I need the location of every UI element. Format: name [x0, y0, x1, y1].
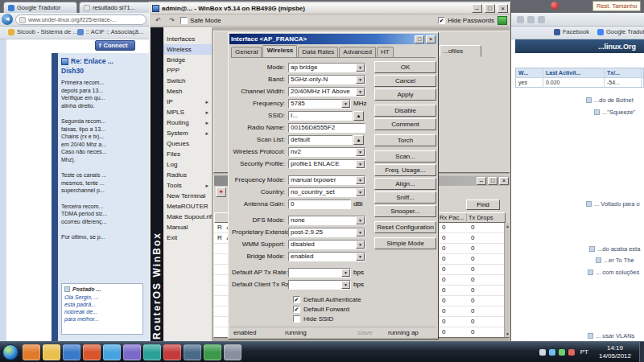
band-select[interactable]: 5GHz-only-N ▼	[288, 75, 365, 84]
simple-mode-button[interactable]: Simple Mode	[374, 237, 436, 249]
checkbox-icon[interactable]: ✔	[438, 17, 445, 24]
close-button[interactable]: ×	[499, 177, 509, 185]
menu-item[interactable]: Manual	[163, 222, 212, 232]
sniff-button[interactable]: Sniff...	[374, 191, 436, 204]
column-header[interactable]: Rx Pac...	[437, 213, 466, 223]
menu-item[interactable]: Radius	[163, 170, 212, 180]
menu-item[interactable]: Bridge	[163, 55, 212, 65]
mode-select[interactable]: ap bridge ▼	[288, 63, 365, 72]
language-indicator[interactable]: PT	[578, 348, 591, 356]
chevron-down-icon[interactable]: ▼	[356, 160, 365, 168]
hide-ssid-checkbox[interactable]: Hide SSID	[293, 314, 372, 323]
menu-item[interactable]: Log	[163, 159, 212, 170]
home-icon[interactable]	[538, 16, 545, 23]
find-button[interactable]: Find	[466, 200, 500, 210]
menu-item[interactable]: IP ▸	[163, 97, 212, 107]
bookmark-star-icon[interactable]	[517, 16, 524, 23]
minimize-button[interactable]: –	[472, 4, 482, 13]
default-forward-checkbox[interactable]: ✔ Default Forward	[293, 304, 372, 314]
scan-button[interactable]: Scan...	[374, 150, 436, 162]
bridge-mode-select[interactable]: enabled ▼	[288, 252, 365, 261]
download-icon[interactable]	[527, 16, 535, 23]
chevron-down-icon[interactable]: ▼	[356, 188, 365, 196]
dialog-tab[interactable]: General	[231, 47, 262, 57]
expand-arrow-button[interactable]: ▲	[353, 111, 364, 121]
reset-configuration-button[interactable]: Reset Configuration	[374, 221, 436, 233]
dialog-tab[interactable]: Advanced	[339, 47, 376, 57]
menu-item[interactable]: MPLS ▸	[163, 107, 212, 117]
chevron-down-icon[interactable]: ▼	[356, 241, 365, 249]
expand-arrow-button[interactable]: ▲	[353, 135, 364, 145]
list-item[interactable]: ...do acaba esta	[589, 245, 640, 253]
chevron-down-icon[interactable]: ▼	[341, 269, 350, 277]
start-button[interactable]	[2, 344, 19, 360]
close-button[interactable]: ×	[497, 4, 508, 13]
dfs-mode-select[interactable]: none ▼	[288, 216, 365, 225]
default-ap-tx-rate-combo[interactable]: ▼	[288, 268, 351, 278]
menu-item[interactable]: System ▸	[163, 128, 212, 138]
checkbox-icon[interactable]: ✔	[293, 296, 300, 303]
menu-item[interactable]: Make Supout.rif	[163, 212, 212, 222]
taskbar-app-icon[interactable]	[43, 344, 60, 360]
checkbox-icon[interactable]	[293, 315, 300, 323]
default-authenticate-checkbox[interactable]: ✔ Default Authenticate	[293, 294, 372, 304]
dialog-tab[interactable]: Wireless	[262, 45, 297, 57]
scan-list-input[interactable]: default	[288, 135, 353, 145]
chevron-down-icon[interactable]: ▼	[341, 281, 350, 289]
chevron-down-icon[interactable]: ▼	[356, 76, 365, 84]
apply-button[interactable]: Apply	[374, 88, 436, 101]
bookmark-sicoob[interactable]: Sicoob - Sistema de ...	[8, 28, 77, 35]
chevron-down-icon[interactable]: ▼	[356, 228, 365, 237]
chevron-down-icon[interactable]: ▼	[356, 148, 365, 156]
list-item[interactable]: ... com soluções	[588, 269, 639, 276]
taskbar-app-icon[interactable]	[224, 344, 242, 360]
list-item[interactable]: ...do de Botnet	[586, 97, 634, 104]
add-icon[interactable]: +	[216, 187, 226, 197]
wmm-support-select[interactable]: disabled ▼	[288, 240, 365, 249]
frequency-mode-select[interactable]: manual txpower ▼	[288, 175, 365, 185]
menu-item[interactable]: PPP	[163, 65, 212, 76]
safe-mode-checkbox[interactable]: Safe Mode	[180, 17, 221, 24]
dialog-titlebar[interactable]: Interface <AP_FRANCA> □ ×	[229, 34, 437, 44]
scrollbar[interactable]: ▲▼	[504, 223, 510, 337]
url-bar[interactable]: www.under-linux.org/f225/enlace-...	[15, 14, 147, 25]
maximize-button[interactable]: □	[415, 35, 424, 43]
menu-item[interactable]: Interfaces	[163, 34, 212, 44]
link-google-tradutor[interactable]: Google Tradutor	[597, 28, 644, 35]
default-client-tx-rate-combo[interactable]: ▼	[288, 280, 351, 290]
addon-icon[interactable]	[551, 2, 559, 10]
checkbox-icon[interactable]	[180, 17, 188, 24]
frequency-combo[interactable]: 5785 ▼	[288, 99, 351, 109]
tray-icon[interactable]	[568, 349, 575, 356]
taskbar-app-icon[interactable]	[83, 344, 101, 360]
channel-width-select[interactable]: 20/40MHz HT Above ▼	[288, 87, 365, 97]
maximize-button[interactable]: □	[488, 177, 497, 185]
taskbar-clock[interactable]: 14:19 14/05/2012	[594, 344, 636, 360]
undo-icon[interactable]: ↶	[153, 16, 163, 25]
taskbar-app-icon[interactable]	[163, 344, 181, 360]
taskbar-app-icon[interactable]	[184, 344, 201, 360]
post-title[interactable]: Re: Enlace ...	[71, 57, 114, 65]
menu-item[interactable]: Routing ▸	[163, 117, 212, 128]
close-button[interactable]: ×	[426, 35, 436, 43]
show-desktop-button[interactable]	[639, 342, 644, 362]
list-item[interactable]: ... usar VLANs	[588, 332, 634, 339]
menu-item[interactable]: Exit	[163, 232, 212, 243]
disable-button[interactable]: Disable	[374, 105, 436, 117]
maximize-button[interactable]: □	[485, 4, 495, 13]
comment-button[interactable]: Comment	[374, 118, 436, 130]
browser-tab-resultado[interactable]: resultado si71...	[79, 2, 153, 13]
taskbar-app-icon[interactable]	[63, 344, 80, 360]
menu-item[interactable]: Queues	[163, 138, 212, 149]
bookmark-acif[interactable]: :: ACIF :: Associaçã...	[77, 28, 143, 35]
column-header[interactable]: Tx Drops	[466, 213, 503, 223]
taskbar-app-icon[interactable]	[143, 344, 161, 360]
chevron-down-icon[interactable]: ▼	[356, 88, 365, 96]
snooper-button[interactable]: Snooper...	[374, 205, 436, 217]
link-facebook[interactable]: Facebook	[554, 28, 589, 35]
minimize-button[interactable]: –	[477, 177, 486, 185]
list-item[interactable]: ...er To The	[596, 257, 634, 264]
chevron-down-icon[interactable]: ▼	[356, 216, 365, 224]
align-button[interactable]: Align...	[374, 178, 436, 190]
menu-item[interactable]: Mesh	[163, 86, 212, 97]
